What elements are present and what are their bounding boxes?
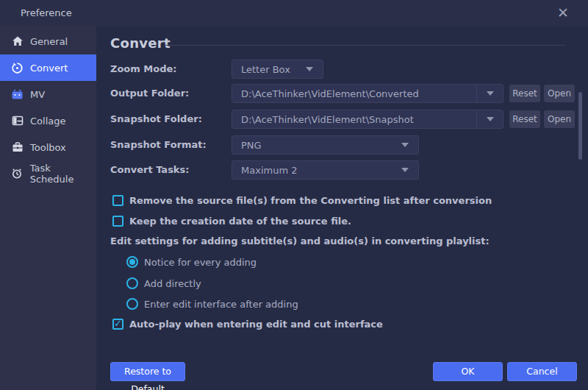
convert-tasks-label: Convert Tasks: xyxy=(110,160,189,180)
cancel-button[interactable]: Cancel xyxy=(507,362,577,381)
convert-tasks-select[interactable]: Maximum 2 xyxy=(232,160,419,180)
snapshot-format-select[interactable]: PNG xyxy=(232,135,419,155)
sidebar-item-mv[interactable]: MV xyxy=(0,81,96,107)
radio-icon[interactable] xyxy=(126,256,138,268)
task-schedule-icon xyxy=(11,168,24,180)
edit-settings-label: Edit settings for adding subtitle(s) and… xyxy=(110,235,490,247)
checkbox-icon[interactable] xyxy=(112,216,123,227)
radio-label: Add directly xyxy=(144,278,201,289)
radio-enter-edit-interface[interactable]: Enter edit interface after adding xyxy=(126,298,298,310)
checkbox-label: Keep the creation date of the source fil… xyxy=(129,216,351,227)
heading-divider xyxy=(165,45,566,46)
convert-icon xyxy=(11,62,24,74)
radio-label: Notice for every adding xyxy=(144,257,257,268)
sidebar-item-toolbox[interactable]: Toolbox xyxy=(0,134,96,160)
snapshot-folder-reset-button[interactable]: Reset xyxy=(509,110,540,128)
output-folder-label: Output Folder: xyxy=(110,84,189,103)
snapshot-folder-label: Snapshot Folder: xyxy=(110,110,202,129)
zoom-mode-select[interactable]: Letter Box xyxy=(232,60,323,79)
radio-notice-every-adding[interactable]: Notice for every adding xyxy=(126,256,257,268)
collage-icon xyxy=(11,115,24,127)
ok-button[interactable]: OK xyxy=(433,362,503,381)
convert-tasks-value: Maximum 2 xyxy=(232,165,392,176)
chevron-down-icon xyxy=(392,136,418,154)
sidebar-item-label: Collage xyxy=(30,116,65,127)
snapshot-folder-path: D:\AceThinker\VidElement\Snapshot xyxy=(232,114,476,125)
chevron-down-icon xyxy=(392,161,418,179)
snapshot-format-value: PNG xyxy=(232,140,392,151)
chevron-down-icon[interactable] xyxy=(476,85,503,102)
output-folder-open-button[interactable]: Open xyxy=(544,85,575,102)
snapshot-folder-input[interactable]: D:\AceThinker\VidElement\Snapshot xyxy=(232,110,503,129)
output-folder-input[interactable]: D:\AceThinker\VidElement\Converted xyxy=(232,84,503,103)
preference-dialog: Preference ✕ General Convert xyxy=(0,0,588,390)
output-folder-path: D:\AceThinker\VidElement\Converted xyxy=(232,88,476,99)
sidebar-item-label: Task Schedule xyxy=(30,163,96,185)
page-title: Convert xyxy=(110,35,171,51)
radio-add-directly[interactable]: Add directly xyxy=(126,277,201,289)
toolbox-icon xyxy=(11,141,24,154)
checkbox-icon[interactable] xyxy=(112,319,123,330)
sidebar-item-label: MV xyxy=(30,89,45,100)
output-folder-reset-button[interactable]: Reset xyxy=(509,85,540,102)
zoom-mode-value: Letter Box xyxy=(232,64,296,75)
sidebar-item-convert[interactable]: Convert xyxy=(0,54,96,81)
restore-default-button[interactable]: Restore to Default xyxy=(110,362,185,381)
mv-icon xyxy=(11,88,24,101)
checkbox-icon[interactable] xyxy=(112,195,123,206)
close-icon[interactable]: ✕ xyxy=(553,0,573,26)
sidebar-item-collage[interactable]: Collage xyxy=(0,107,96,134)
sidebar-item-general[interactable]: General xyxy=(0,28,96,54)
sidebar: General Convert MV xyxy=(0,26,96,390)
sidebar-item-label: Toolbox xyxy=(30,142,66,153)
snapshot-folder-open-button[interactable]: Open xyxy=(544,110,575,128)
snapshot-format-label: Snapshot Format: xyxy=(110,135,207,155)
sidebar-item-task-schedule[interactable]: Task Schedule xyxy=(0,160,96,187)
home-icon xyxy=(11,35,24,48)
keep-creation-date-checkbox[interactable]: Keep the creation date of the source fil… xyxy=(110,216,351,227)
radio-label: Enter edit interface after adding xyxy=(144,299,298,310)
scrollbar-thumb[interactable] xyxy=(578,92,582,160)
window-title: Preference xyxy=(21,0,72,26)
sidebar-item-label: General xyxy=(30,36,68,47)
zoom-mode-label: Zoom Mode: xyxy=(110,60,177,79)
remove-source-checkbox[interactable]: Remove the source file(s) from the Conve… xyxy=(110,195,492,206)
radio-icon[interactable] xyxy=(126,298,138,310)
autoplay-checkbox[interactable]: Auto-play when entering edit and cut int… xyxy=(110,319,383,330)
sidebar-item-label: Convert xyxy=(30,63,68,74)
chevron-down-icon xyxy=(296,60,323,78)
checkbox-label: Auto-play when entering edit and cut int… xyxy=(129,319,383,330)
radio-icon[interactable] xyxy=(126,277,138,289)
titlebar: Preference ✕ xyxy=(0,0,588,26)
checkbox-label: Remove the source file(s) from the Conve… xyxy=(129,195,492,206)
chevron-down-icon[interactable] xyxy=(476,110,503,128)
